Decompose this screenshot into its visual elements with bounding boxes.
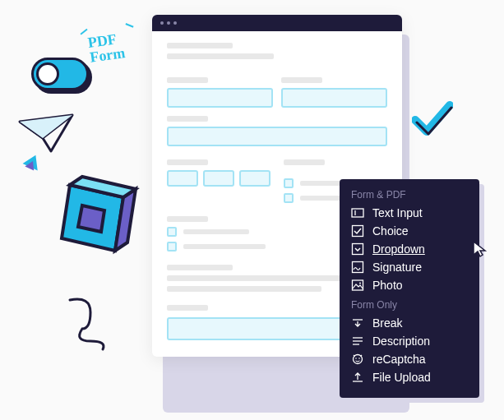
svg-point-16 [355, 358, 357, 359]
choice-icon [351, 224, 364, 238]
menu-item-break[interactable]: Break [351, 314, 468, 332]
description-icon [351, 335, 364, 348]
paper-plane-icon [18, 113, 76, 155]
placeholder-line [167, 286, 321, 292]
small-field[interactable] [239, 170, 270, 187]
field-type-menu: Form & PDF Text Input Choice Dropdown Si… [340, 179, 479, 398]
dropdown-icon [351, 242, 364, 256]
svg-marker-3 [78, 205, 104, 232]
text-input-icon [351, 206, 364, 219]
svg-rect-6 [353, 226, 363, 237]
field-label [284, 159, 325, 165]
cursor-icon [471, 240, 489, 258]
window-titlebar [152, 15, 402, 31]
small-field[interactable] [203, 170, 234, 187]
field-label [167, 116, 208, 122]
menu-item-label: reCaptcha [372, 353, 426, 366]
svg-rect-9 [353, 280, 363, 290]
text-field[interactable] [167, 88, 273, 108]
placeholder-line [167, 265, 233, 270]
menu-item-file-upload[interactable]: File Upload [351, 368, 468, 386]
menu-item-recaptcha[interactable]: reCaptcha [351, 350, 468, 368]
text-field[interactable] [167, 127, 387, 146]
field-label [167, 77, 208, 83]
break-icon [351, 316, 364, 330]
field-label [281, 77, 322, 83]
menu-item-label: Choice [372, 224, 409, 238]
menu-item-label: File Upload [372, 371, 431, 384]
text-field[interactable] [281, 88, 387, 108]
signature-icon [351, 261, 364, 274]
menu-item-text-input[interactable]: Text Input [351, 204, 468, 222]
cube-icon [37, 164, 152, 279]
placeholder-line [167, 53, 274, 59]
field-label [167, 216, 208, 222]
squiggle-icon [66, 296, 132, 353]
menu-item-label: Dropdown [372, 242, 425, 256]
svg-rect-4 [352, 209, 363, 217]
menu-item-label: Text Input [372, 206, 423, 219]
toggle-pill-graphic [31, 58, 89, 90]
recaptcha-icon [351, 353, 364, 366]
small-field[interactable] [167, 170, 198, 187]
menu-section-heading: Form & PDF [351, 189, 468, 201]
file-upload-icon [351, 371, 364, 384]
menu-item-signature[interactable]: Signature [351, 258, 468, 276]
menu-item-choice[interactable]: Choice [351, 222, 468, 240]
menu-item-dropdown[interactable]: Dropdown [351, 240, 468, 258]
menu-item-photo[interactable]: Photo [351, 276, 468, 294]
checkmark-icon [412, 99, 453, 140]
pdf-form-badge: PDF Form [87, 30, 127, 65]
menu-item-description[interactable]: Description [351, 332, 468, 350]
menu-item-label: Signature [372, 261, 422, 274]
svg-point-17 [358, 358, 360, 359]
field-label [167, 159, 208, 165]
field-label [167, 305, 208, 311]
menu-item-label: Break [372, 316, 403, 330]
menu-item-label: Photo [372, 279, 403, 292]
svg-rect-7 [353, 244, 363, 255]
photo-icon [351, 279, 364, 292]
menu-section-heading: Form Only [351, 299, 468, 311]
svg-rect-8 [353, 262, 363, 273]
placeholder-line [167, 43, 233, 48]
menu-item-label: Description [372, 335, 430, 348]
svg-point-10 [359, 283, 361, 284]
